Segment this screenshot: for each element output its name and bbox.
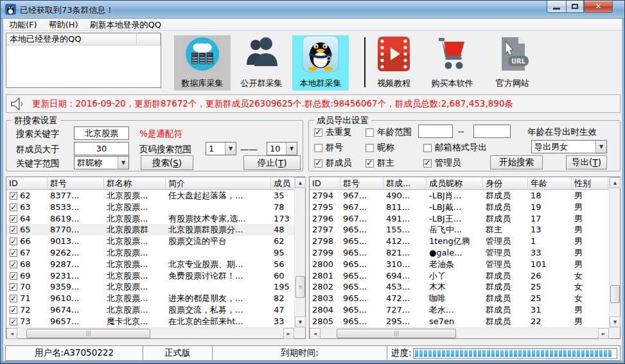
toolbar-database-collect[interactable]: 数据库采集 bbox=[174, 35, 231, 91]
row-checkbox-checked[interactable] bbox=[10, 249, 17, 257]
row-checkbox-checked[interactable] bbox=[10, 261, 17, 268]
row-checkbox-checked[interactable] bbox=[10, 238, 17, 245]
scroll-down-icon[interactable]: ▼ bbox=[295, 316, 306, 327]
checkbox-icon[interactable] bbox=[423, 144, 432, 152]
group-table-hscrollbar[interactable]: ◄ ||| ► bbox=[6, 327, 294, 338]
member-table-vscrollbar[interactable]: ▲ ▼ bbox=[609, 177, 620, 327]
member-row[interactable]: 2805965...295...se7en群成员22男 bbox=[310, 316, 609, 327]
member-row[interactable]: 2798965...412...1teng亿腾管理员1男 bbox=[310, 236, 609, 247]
group-row[interactable]: 699231...北京股票...免费股票讨论群！...60 bbox=[6, 270, 294, 282]
column-header[interactable]: 成员 bbox=[271, 177, 294, 190]
scroll-left-icon[interactable]: ◄ bbox=[310, 328, 321, 339]
scroll-right-icon[interactable]: ► bbox=[283, 328, 294, 339]
checkbox-icon[interactable] bbox=[423, 159, 432, 168]
local-qq-column-extra[interactable] bbox=[137, 33, 161, 45]
column-header[interactable]: 群名称 bbox=[104, 177, 166, 190]
row-checkbox-checked[interactable] bbox=[10, 204, 17, 211]
column-header[interactable]: 身份 bbox=[483, 177, 528, 190]
row-checkbox-checked[interactable] bbox=[10, 306, 17, 314]
member-row[interactable]: 2796967...491...-LBJ王...群成员17男 bbox=[310, 213, 609, 225]
keyword-input[interactable]: 北京股票 bbox=[74, 126, 129, 140]
scrollbar-thumb[interactable]: ≡ bbox=[295, 276, 305, 298]
row-checkbox-checked[interactable] bbox=[10, 295, 17, 302]
member-row[interactable]: 2799965...821...●gale...管理员33男 bbox=[310, 247, 609, 259]
age-range-checkbox[interactable]: 年龄范围 bbox=[365, 126, 412, 138]
owner-checkbox[interactable]: 群主 bbox=[365, 157, 394, 169]
checkbox-icon[interactable] bbox=[314, 128, 322, 137]
column-header[interactable]: 年龄 bbox=[528, 177, 572, 190]
admin-checkbox[interactable]: 管理员 bbox=[423, 157, 461, 169]
scroll-right-icon[interactable]: ► bbox=[598, 328, 609, 339]
min-members-input[interactable]: 30 bbox=[74, 142, 129, 155]
group-row[interactable]: 719610...北京股票...进来的都是朋友，...82 bbox=[6, 293, 294, 304]
row-checkbox-checked[interactable] bbox=[10, 272, 17, 280]
column-header[interactable]: ID bbox=[310, 177, 340, 190]
checkbox-icon[interactable] bbox=[365, 128, 374, 137]
checkbox-icon[interactable] bbox=[365, 144, 374, 152]
column-header[interactable]: ID bbox=[6, 177, 48, 190]
email-format-checkbox[interactable]: 邮箱格式导出 bbox=[423, 142, 487, 153]
column-header[interactable]: 群号 bbox=[340, 177, 383, 190]
scrollbar-thumb[interactable]: ||| bbox=[337, 329, 456, 338]
scroll-down-icon[interactable]: ▼ bbox=[610, 316, 621, 327]
member-row[interactable]: 2797965...155...岳飞中...群主13男 bbox=[310, 224, 609, 236]
row-checkbox-checked[interactable] bbox=[10, 283, 17, 291]
group-row[interactable]: 739657...魔卡北京...在北京的全部来ht...33 bbox=[6, 316, 294, 327]
scroll-up-icon[interactable]: ▲ bbox=[295, 177, 306, 188]
group-table-vscrollbar[interactable]: ▲ ≡ ▼ bbox=[294, 177, 305, 327]
menu-function[interactable]: 功能(F) bbox=[3, 19, 43, 31]
group-row[interactable]: 648619...北京股票...有股票技术专家,选...173 bbox=[6, 213, 294, 225]
column-header[interactable]: 群成... bbox=[383, 177, 427, 190]
toolbar-public-group-collect[interactable]: 公开群采集 bbox=[233, 35, 290, 89]
gender-export-select[interactable]: 导出男女 ▼ bbox=[531, 140, 607, 153]
checkbox-icon[interactable] bbox=[314, 144, 322, 152]
scrollbar-thumb[interactable]: ||| bbox=[26, 329, 150, 338]
search-button[interactable]: 搜索(S) bbox=[141, 155, 193, 170]
keyword-scope-select[interactable]: 群昵称 ▼ bbox=[74, 156, 129, 169]
scrollbar-thumb[interactable] bbox=[610, 285, 620, 303]
menu-refresh-local-qq[interactable]: 刷新本地登录的QQ bbox=[84, 19, 167, 31]
row-checkbox-checked[interactable] bbox=[10, 215, 17, 223]
row-checkbox-checked[interactable] bbox=[10, 192, 17, 200]
export-button[interactable]: 导出(T) bbox=[566, 155, 607, 169]
chevron-down-icon[interactable]: ▼ bbox=[118, 157, 128, 169]
close-button[interactable]: ✕ bbox=[584, 1, 613, 13]
group-row[interactable]: 658770...北京股票群北京股票群股票分...48 bbox=[6, 224, 294, 236]
column-header[interactable]: 性别 bbox=[572, 177, 608, 190]
toolbar-video-tutorial[interactable]: 视频教程 bbox=[367, 35, 421, 89]
column-header[interactable]: 简介 bbox=[166, 177, 271, 190]
chevron-down-icon[interactable]: ▼ bbox=[286, 143, 297, 155]
checkbox-icon[interactable] bbox=[365, 159, 374, 168]
nickname-checkbox[interactable]: 昵称 bbox=[365, 142, 394, 153]
member-row[interactable]: 2800965...310...老油条管理员101男 bbox=[310, 259, 609, 270]
group-row[interactable]: 679262...北京股票...95 bbox=[6, 247, 294, 259]
group-row[interactable]: 729674...北京股票...股票交流，私募，...47 bbox=[6, 304, 294, 316]
checkbox-icon[interactable] bbox=[314, 159, 322, 168]
scroll-left-icon[interactable]: ◄ bbox=[6, 328, 17, 339]
row-checkbox-checked[interactable] bbox=[10, 318, 17, 325]
column-header[interactable]: 群号 bbox=[48, 177, 104, 190]
minimize-button[interactable] bbox=[547, 1, 566, 13]
toolbar-official-site[interactable]: URL 官方网站 bbox=[486, 35, 540, 89]
chevron-down-icon[interactable]: ▼ bbox=[225, 143, 236, 155]
group-row[interactable]: 689287...北京股票...北京专业股票、期...56 bbox=[6, 259, 294, 270]
member-table-hscrollbar[interactable]: ◄ ||| ► bbox=[310, 327, 609, 338]
group-row[interactable]: 669013...北京股票...股票交流的平台62 bbox=[6, 236, 294, 247]
group-no-checkbox[interactable]: 群号 bbox=[314, 142, 343, 153]
member-row[interactable]: 2801965...694...小丫群成员26女 bbox=[310, 270, 609, 282]
member-row[interactable]: 2802965...453...木木群成员25女 bbox=[310, 281, 609, 293]
age-from-input[interactable] bbox=[418, 125, 453, 138]
member-row[interactable]: 2795967...811...-LBJ戴...群成员19男 bbox=[310, 202, 609, 213]
scroll-up-icon[interactable]: ▲ bbox=[610, 177, 621, 188]
member-checkbox[interactable]: 群成员 bbox=[314, 157, 352, 169]
page-to-select[interactable]: 10 ▼ bbox=[267, 142, 297, 155]
group-row[interactable]: 709359...北京股票...195 bbox=[6, 281, 294, 293]
chevron-down-icon[interactable]: ▼ bbox=[595, 141, 606, 153]
column-header[interactable]: 成员昵称 bbox=[427, 177, 483, 190]
menu-help[interactable]: 帮助(H) bbox=[43, 19, 84, 31]
group-row[interactable]: 638533...北京股票...78 bbox=[6, 202, 294, 213]
member-row[interactable]: 2794967...490...-LBJ肖...群成员18男 bbox=[310, 190, 609, 202]
start-search-button[interactable]: 开始搜索 bbox=[490, 155, 543, 169]
local-qq-list-body[interactable] bbox=[6, 46, 161, 87]
maximize-button[interactable] bbox=[566, 1, 584, 13]
